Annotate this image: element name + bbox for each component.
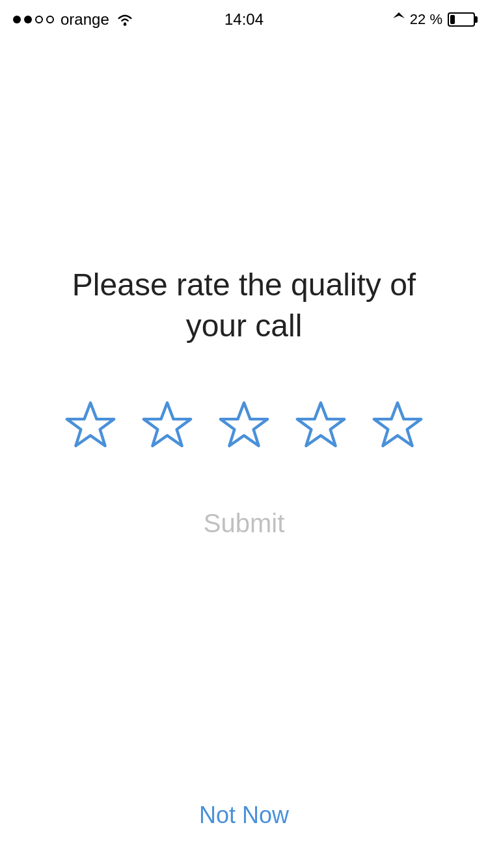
not-now-container: Not Now xyxy=(0,802,488,829)
star-1[interactable] xyxy=(61,398,120,457)
submit-button[interactable]: Submit xyxy=(204,509,285,538)
not-now-button[interactable]: Not Now xyxy=(199,802,289,829)
star-4[interactable] xyxy=(291,398,350,457)
prompt-text: Please rate the quality of your call xyxy=(0,265,488,346)
star-2[interactable] xyxy=(138,398,197,457)
star-5[interactable] xyxy=(368,398,427,457)
main-content: Please rate the quality of your call xyxy=(0,0,488,868)
star-3[interactable] xyxy=(215,398,273,457)
stars-container[interactable] xyxy=(61,398,427,457)
